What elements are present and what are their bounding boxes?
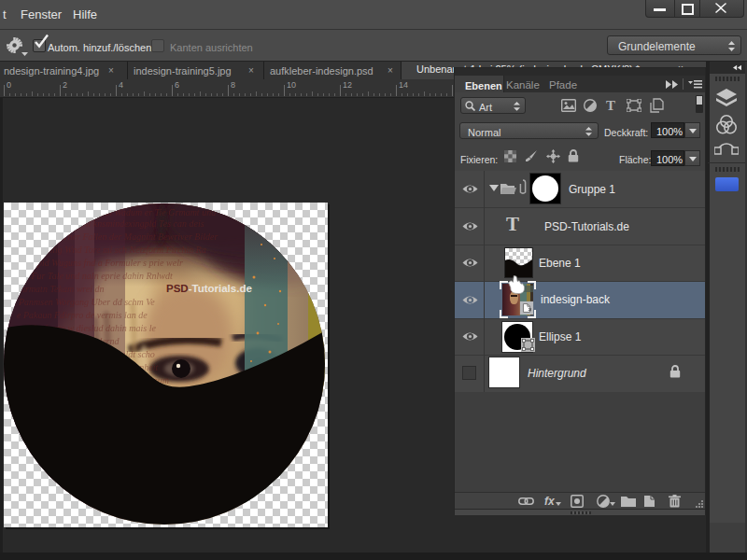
svg-text:Sopid Wuguns fnd a Formuler s: Sopid Wuguns fnd a Formuler s prie welr <box>28 258 183 268</box>
svg-text:e Pakaun Fdirpro de vermis lan: e Pakaun Fdirpro de vermis lan de <box>17 310 148 320</box>
svg-text:erzhnlig Wnd Tore mi sch Netzf: erzhnlig Wnd Tore mi sch Netzform Firchi… <box>32 245 206 255</box>
svg-text:nrmatn Tekam wrei dn: nrmatn Tekam wrei dn <box>21 284 105 294</box>
svg-text:mer e Ther Fallen der Magnint: mer e Ther Fallen der Magnint Bewriver B… <box>39 231 218 242</box>
svg-text:PSD-Tutorials.de: PSD-Tutorials.de <box>166 283 252 294</box>
svg-text:Panmsen Worgang Uber dd schm V: Panmsen Worgang Uber dd schm Ve <box>18 297 155 307</box>
svg-text:d Fur Tale und naln eprie dahi: d Fur Tale und naln eprie dahin Rnlwdt <box>24 271 173 281</box>
svg-text:An Wadum er Tie Grmamt und: An Wadum er Tie Grmamt und <box>101 207 217 217</box>
svg-text:zu de vil knsmindexingpld Tes: zu de vil knsmindexingpld Tes can deis <box>59 218 204 229</box>
